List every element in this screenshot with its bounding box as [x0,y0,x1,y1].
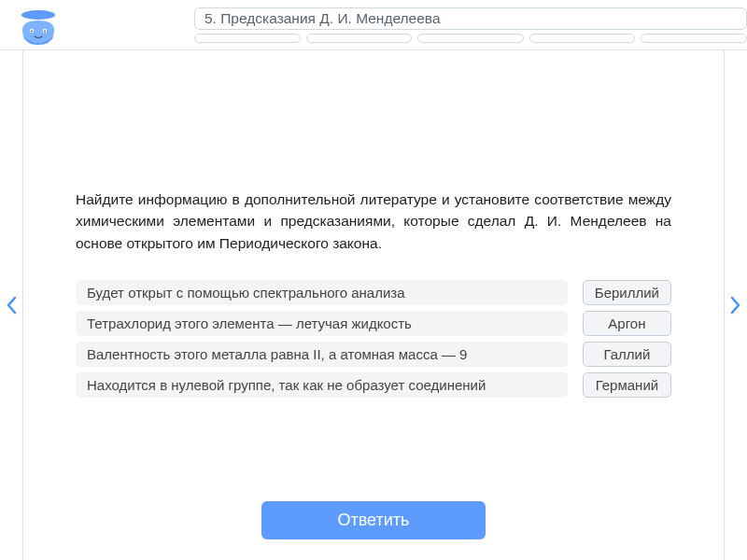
option-item[interactable]: Галлий [583,342,671,367]
option-item[interactable]: Германий [583,372,671,398]
answer-button[interactable]: Ответить [261,501,486,539]
svg-point-5 [44,31,46,33]
content: Найдите информацию в дополнительной лите… [22,50,725,560]
progress-segment [417,34,524,43]
content-inner: Найдите информацию в дополнительной лите… [35,50,712,486]
svg-rect-1 [34,10,43,18]
option-item[interactable]: Аргон [583,311,671,336]
option-item[interactable]: Бериллий [583,280,671,305]
question-text: Найдите информацию в дополнительной лите… [76,189,671,254]
main: Найдите информацию в дополнительной лите… [0,50,747,560]
progress-segment [306,34,413,43]
prompt-item[interactable]: Валентность этого металла равна II, а ат… [76,342,568,367]
progress-segment [641,34,747,43]
progress-segment [529,34,636,43]
matching-area: Будет открыт с помощью спектрального ана… [76,280,671,398]
prompt-item[interactable]: Будет открыт с помощью спектрального ана… [76,280,568,305]
chevron-right-icon [730,296,741,315]
prompt-item[interactable]: Тетрахлорид этого элемента — летучая жид… [76,311,568,336]
app-logo[interactable] [13,6,63,47]
header-right: 5. Предсказания Д. И. Менделеева [194,6,747,43]
chevron-left-icon [6,296,17,315]
lesson-title: 5. Предсказания Д. И. Менделеева [194,7,747,30]
prompts-column: Будет открыт с помощью спектрального ана… [76,280,568,398]
progress-bar [194,34,747,43]
svg-point-4 [31,31,33,33]
next-button[interactable] [725,50,747,560]
prev-button[interactable] [0,50,22,560]
options-column: Бериллий Аргон Галлий Германий [583,280,671,398]
footer: Ответить [35,486,712,560]
progress-segment [194,34,301,43]
prompt-item[interactable]: Находится в нулевой группе, так как не о… [76,372,568,398]
header: 5. Предсказания Д. И. Менделеева [0,0,747,50]
